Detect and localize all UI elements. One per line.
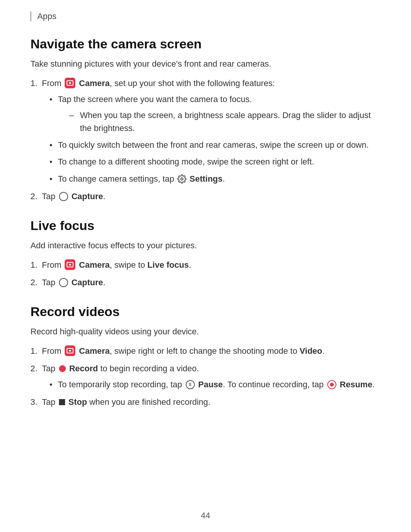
navigate-steps: 1. From Camera, set up your shot with th… (30, 77, 381, 203)
capture-label: Capture (72, 192, 103, 201)
bullet-shooting-mode: To change to a different shooting mode, … (49, 155, 381, 168)
camera-icon (65, 345, 75, 356)
video-label: Video (299, 346, 322, 356)
page-footer: 44 (0, 511, 411, 521)
capture-icon (59, 192, 68, 201)
settings-icon (177, 174, 186, 184)
navigate-subtitle: Take stunning pictures with your device'… (30, 58, 381, 70)
camera-label: Camera (79, 260, 110, 270)
recordvideos-title: Record videos (30, 304, 381, 319)
record-label: Record (69, 364, 98, 373)
step2-bullets: To temporarily stop recording, tap Pause… (49, 378, 381, 391)
pause-icon (186, 380, 195, 389)
bullet-switch-cameras: To quickly switch between the front and … (49, 139, 381, 152)
livefocus-label: Live focus (147, 260, 189, 270)
navigate-step-1: 1. From Camera, set up your shot with th… (30, 77, 381, 185)
recordvideos-steps: 1. From Camera, swipe right or left to c… (30, 345, 381, 409)
pause-label: Pause (198, 380, 223, 389)
step-num: 1. (30, 345, 37, 358)
camera-label: Camera (79, 78, 110, 88)
sub-bullets: When you tap the screen, a brightness sc… (69, 109, 381, 135)
recordvideos-step-1: 1. From Camera, swipe right or left to c… (30, 345, 381, 358)
breadcrumb: Apps (30, 11, 381, 21)
step-num: 3. (30, 396, 37, 409)
capture-label: Capture (72, 278, 103, 287)
camera-icon (65, 78, 75, 88)
page-container: Apps Navigate the camera screen Take stu… (0, 0, 411, 532)
camera-label: Camera (79, 346, 110, 356)
section-recordvideos: Record videos Record high-quality videos… (30, 304, 381, 409)
record-icon (59, 365, 66, 372)
livefocus-steps: 1. From Camera, swipe to Live focus. 2. … (30, 259, 381, 289)
settings-label: Settings (190, 174, 223, 184)
livefocus-title: Live focus (30, 218, 381, 233)
camera-icon (65, 259, 75, 270)
stop-icon (59, 399, 65, 405)
breadcrumb-text: Apps (37, 11, 56, 21)
livefocus-step-1: 1. From Camera, swipe to Live focus. (30, 259, 381, 272)
livefocus-subtitle: Add interactive focus effects to your pi… (30, 239, 381, 252)
navigate-step-2: 2. Tap Capture. (30, 190, 381, 203)
bullet-tap-focus: Tap the screen where you want the camera… (49, 93, 381, 135)
section-livefocus: Live focus Add interactive focus effects… (30, 218, 381, 289)
stop-label: Stop (68, 397, 87, 407)
sub-bullet-brightness: When you tap the screen, a brightness sc… (69, 109, 381, 135)
bullet-settings: To change camera settings, tap Settings. (49, 173, 381, 185)
step-num: 2. (30, 276, 37, 289)
step-num: 2. (30, 190, 37, 203)
step1-bullets: Tap the screen where you want the camera… (49, 93, 381, 185)
resume-label: Resume (340, 380, 373, 389)
recordvideos-subtitle: Record high-quality videos using your de… (30, 325, 381, 338)
step-num: 2. (30, 362, 37, 375)
svg-point-0 (181, 178, 183, 180)
step-num: 1. (30, 259, 37, 272)
section-navigate: Navigate the camera screen Take stunning… (30, 37, 381, 203)
capture-icon (59, 278, 68, 287)
livefocus-step-2: 2. Tap Capture. (30, 276, 381, 289)
recordvideos-step-2: 2. Tap Record to begin recording a video… (30, 362, 381, 391)
navigate-title: Navigate the camera screen (30, 37, 381, 51)
resume-icon (327, 380, 336, 389)
step-num: 1. (30, 77, 37, 90)
bullet-pause-resume: To temporarily stop recording, tap Pause… (49, 378, 381, 391)
recordvideos-step-3: 3. Tap Stop when you are finished record… (30, 396, 381, 409)
page-number: 44 (201, 511, 210, 520)
